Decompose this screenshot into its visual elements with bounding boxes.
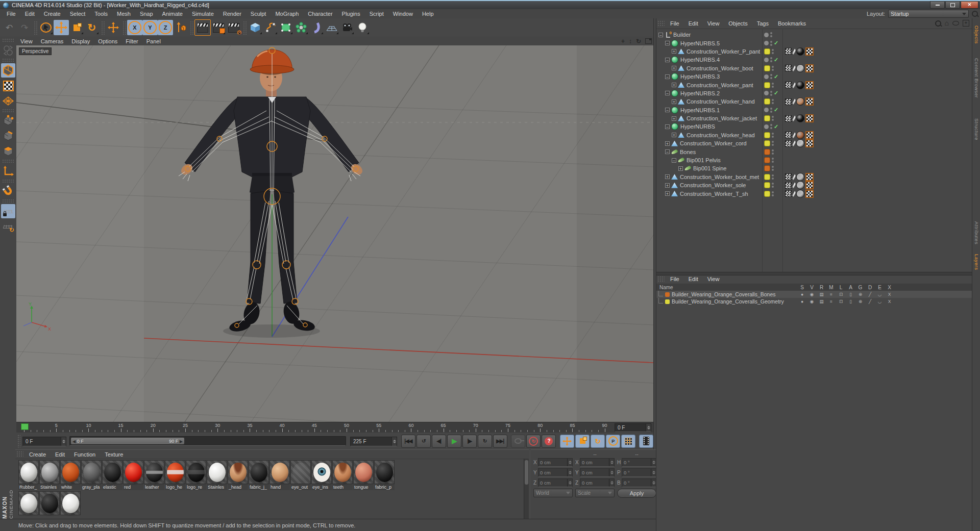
expand-toggle[interactable]: + <box>665 174 670 179</box>
toolbar-separator[interactable] <box>33 20 37 35</box>
visibility-dots[interactable] <box>772 158 774 163</box>
enabled-check-icon[interactable]: ✓ <box>774 107 779 113</box>
menu-simulate[interactable]: Simulate <box>187 10 218 18</box>
material-tile[interactable]: elastic <box>102 460 122 490</box>
add-cluster-button[interactable] <box>293 20 309 35</box>
material-tile[interactable]: hand <box>270 460 290 490</box>
layer-X-icon[interactable]: X <box>885 292 894 297</box>
menu-window[interactable]: Window <box>388 10 418 18</box>
material-tile[interactable]: Stainles <box>207 460 227 490</box>
convert-object-button[interactable] <box>1 43 15 58</box>
layer-chip[interactable] <box>764 91 769 95</box>
object-row[interactable]: + Bip001 Spine <box>656 164 972 172</box>
viewport[interactable]: Perspective <box>16 45 653 422</box>
layout-dropdown[interactable]: Startup <box>888 10 969 18</box>
menu-plugins[interactable]: Plugins <box>337 10 365 18</box>
expand-toggle[interactable]: − <box>665 108 670 112</box>
object-row[interactable]: − HyperNURBS.3 ✓ <box>656 72 972 81</box>
layer-A-icon[interactable]: ▯ <box>846 299 855 304</box>
visibility-dots[interactable] <box>770 108 772 113</box>
layer-chip[interactable] <box>764 48 770 55</box>
expand-toggle[interactable]: + <box>672 133 676 137</box>
layer-chip[interactable] <box>764 165 770 171</box>
layer-chip[interactable] <box>764 182 770 188</box>
uvw-tag-icon[interactable] <box>805 114 814 122</box>
current-tool-button[interactable] <box>106 20 121 35</box>
spinner-arrows-icon[interactable] <box>646 424 651 432</box>
side-tab-objects[interactable]: Objects <box>972 26 980 44</box>
menu-character[interactable]: Character <box>303 10 337 18</box>
object-row[interactable]: + Construction_Worker_hand <box>656 97 972 106</box>
enabled-check-icon[interactable]: ✓ <box>774 73 779 80</box>
weight-tag-icon[interactable] <box>785 173 792 180</box>
model-mode-button[interactable] <box>1 63 15 78</box>
add-floor-button[interactable] <box>324 20 339 35</box>
spinner-arrows-icon[interactable] <box>567 479 572 487</box>
palette-handle[interactable] <box>2 159 14 164</box>
layer-A-icon[interactable]: ▯ <box>846 292 855 297</box>
visibility-dots[interactable] <box>770 32 772 37</box>
layer-V-icon[interactable]: ◉ <box>807 292 817 297</box>
object-row[interactable]: − HyperNURBS.1 ✓ <box>656 106 972 114</box>
apply-button[interactable]: Apply <box>617 489 656 498</box>
layer-S-icon[interactable]: ● <box>797 292 807 297</box>
render-picture-viewer-button[interactable] <box>211 20 226 35</box>
home-icon[interactable]: ⌂ <box>945 20 949 27</box>
polygons-mode-button[interactable] <box>1 144 15 159</box>
menu-tools[interactable]: Tools <box>90 10 112 18</box>
menu-filter[interactable]: Filter <box>121 38 142 45</box>
previous-frame-button[interactable]: ◀| <box>432 435 446 448</box>
expand-toggle[interactable]: − <box>665 41 670 45</box>
layer-chip[interactable] <box>764 157 770 163</box>
visibility-dots[interactable] <box>772 83 774 88</box>
uvw-tag-icon[interactable] <box>805 47 814 56</box>
menu-view[interactable]: View <box>703 275 724 283</box>
timeline-scrubber[interactable] <box>21 423 29 430</box>
menu-edit[interactable]: Edit <box>684 275 703 283</box>
layer-E-icon[interactable]: ◡ <box>875 299 885 304</box>
material-tag-icon[interactable] <box>796 47 804 56</box>
coord-field[interactable]: 0 cm <box>538 458 573 467</box>
layer-row[interactable]: Builder_Wearing_Orange_Coveralls_Bones●◉… <box>656 291 972 298</box>
visibility-dots[interactable] <box>770 74 772 79</box>
layer-chip[interactable] <box>764 33 769 37</box>
viewport-dolly-icon[interactable]: ↕ <box>629 38 632 44</box>
pen-tag-icon[interactable] <box>792 98 796 105</box>
object-row[interactable]: − HyperNURBS.5 ✓ <box>656 39 972 47</box>
add-camera-button[interactable] <box>339 20 355 35</box>
layer-row[interactable]: Builder_Wearing_Orange_Coveralls_Geometr… <box>656 298 972 305</box>
object-row[interactable]: − Bip001 Pelvis <box>656 156 972 164</box>
material-tag-icon[interactable] <box>796 81 804 89</box>
object-row[interactable]: + Construction_Worker_T_sh <box>656 189 972 197</box>
weight-tag-icon[interactable] <box>785 48 792 55</box>
uvw-tag-icon[interactable] <box>805 173 814 181</box>
visibility-dots[interactable] <box>772 116 774 121</box>
palette-handle[interactable] <box>657 20 665 27</box>
menu-panel[interactable]: Panel <box>142 38 165 45</box>
object-row[interactable]: + Construction_Worker_head <box>656 131 972 139</box>
toolbar-separator[interactable] <box>122 20 126 35</box>
expand-toggle[interactable]: + <box>672 49 676 54</box>
palette-handle[interactable] <box>2 58 14 63</box>
visibility-dots[interactable] <box>772 133 774 138</box>
minimize-button[interactable] <box>930 1 945 9</box>
menu-display[interactable]: Display <box>67 38 94 45</box>
play-forwards-button[interactable]: ▶ <box>447 435 461 448</box>
layer-V-icon[interactable]: ◉ <box>807 299 817 304</box>
layer-R-icon[interactable]: ▤ <box>817 299 826 304</box>
object-row[interactable]: − HyperNURBS.2 ✓ <box>656 89 972 97</box>
side-tab-layers[interactable]: Layers <box>972 254 980 270</box>
pen-tag-icon[interactable] <box>792 190 796 197</box>
menu-render[interactable]: Render <box>218 10 246 18</box>
layer-color-chip[interactable] <box>665 299 670 304</box>
spinner-arrows-icon[interactable] <box>61 437 66 446</box>
menu-select[interactable]: Select <box>65 10 90 18</box>
menu-cameras[interactable]: Cameras <box>37 38 68 45</box>
material-tile[interactable]: eye_ins <box>311 460 332 490</box>
layer-chip[interactable] <box>764 74 769 79</box>
scale-tool-button[interactable] <box>69 20 84 35</box>
live-selection-button[interactable] <box>38 20 54 35</box>
menu-file[interactable]: File <box>2 10 20 18</box>
texture-mode-button[interactable] <box>1 79 15 93</box>
visibility-dots[interactable] <box>772 191 774 196</box>
